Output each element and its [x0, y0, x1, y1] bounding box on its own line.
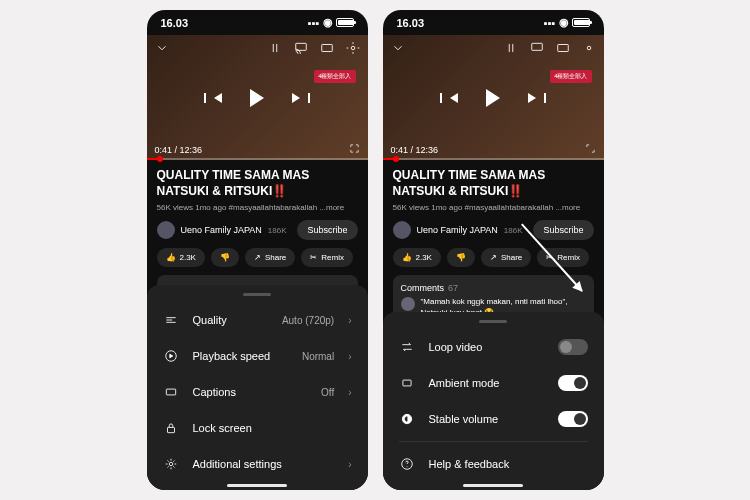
captions-icon — [163, 384, 179, 400]
status-icons: ▪▪▪ ◉ 30 — [308, 16, 354, 29]
channel-row[interactable]: Ueno Family JAPAN 186K Subscribe — [157, 220, 358, 240]
status-bar: 16.03 ▪▪▪ ◉ 30 — [383, 10, 604, 35]
settings-sheet: Quality Auto (720p) › Playback speed Nor… — [147, 285, 368, 490]
stable-row[interactable]: Stable volume — [383, 401, 604, 437]
volume-icon — [399, 411, 415, 427]
video-meta[interactable]: 56K views 1mo ago #masyaallahtabarakalla… — [157, 203, 358, 212]
cast-icon[interactable] — [294, 41, 308, 57]
quality-row[interactable]: Quality Auto (720p) › — [147, 302, 368, 338]
dislike-button[interactable]: 👎 — [447, 248, 475, 267]
progress-bar[interactable] — [147, 158, 368, 160]
battery-icon: 30 — [572, 18, 590, 27]
commenter-avatar — [401, 297, 415, 311]
channel-name[interactable]: Ueno Family JAPAN — [417, 225, 498, 235]
channel-row[interactable]: Ueno Family JAPAN 186K Subscribe — [393, 220, 594, 240]
phone-left: 16.03 ▪▪▪ ◉ 30 4種類全部入 — [147, 10, 368, 490]
video-time: 0:41 / 12:36 — [391, 145, 439, 155]
next-icon[interactable] — [528, 93, 536, 103]
stable-toggle[interactable] — [558, 411, 588, 427]
fullscreen-icon[interactable] — [349, 143, 360, 156]
lock-row[interactable]: Lock screen — [147, 410, 368, 446]
status-time: 16.03 — [397, 17, 425, 29]
loop-toggle[interactable] — [558, 339, 588, 355]
svg-rect-1 — [321, 45, 332, 52]
share-button[interactable]: ↗ Share — [245, 248, 295, 267]
ambient-row[interactable]: Ambient mode — [383, 365, 604, 401]
chevron-right-icon: › — [348, 459, 351, 470]
status-bar: 16.03 ▪▪▪ ◉ 30 — [147, 10, 368, 35]
action-row: 👍 2.3K 👎 ↗ Share ✂ Remix ⬇ Downlo — [157, 248, 358, 267]
sheet-handle[interactable] — [243, 293, 271, 296]
help-row[interactable]: Help & feedback — [383, 446, 604, 482]
pause-icon[interactable] — [504, 41, 518, 57]
additional-settings-sheet: Loop video Ambient mode Stable volume He… — [383, 312, 604, 490]
video-sign: 4種類全部入 — [550, 70, 591, 83]
lock-icon — [163, 420, 179, 436]
signal-icon: ▪▪▪ — [308, 17, 320, 29]
chevron-right-icon: › — [348, 351, 351, 362]
comments-count: 67 — [448, 283, 458, 293]
additional-row[interactable]: Additional settings › — [147, 446, 368, 482]
svg-rect-5 — [167, 427, 174, 432]
phone-right: 16.03 ▪▪▪ ◉ 30 4種類全部入 — [383, 10, 604, 490]
svg-rect-8 — [557, 45, 568, 52]
captions-row[interactable]: Captions Off › — [147, 374, 368, 410]
video-meta[interactable]: 56K views 1mo ago #masyaallahtabarakalla… — [393, 203, 594, 212]
ambient-toggle[interactable] — [558, 375, 588, 391]
video-player[interactable]: 4種類全部入 0:41 / 12:36 — [147, 35, 368, 160]
previous-icon[interactable] — [450, 93, 458, 103]
settings-icon[interactable] — [582, 41, 596, 57]
status-icons: ▪▪▪ ◉ 30 — [544, 16, 590, 29]
dislike-button[interactable]: 👎 — [211, 248, 239, 267]
like-button[interactable]: 👍 2.3K — [157, 248, 205, 267]
ambient-icon — [399, 375, 415, 391]
action-row: 👍 2.3K 👎 ↗ Share ✂ Remix ⬇ Downlo — [393, 248, 594, 267]
svg-rect-7 — [531, 43, 542, 50]
home-indicator[interactable] — [227, 484, 287, 487]
comments-label: Comments — [401, 283, 445, 293]
svg-point-6 — [169, 462, 173, 466]
gear-icon — [163, 456, 179, 472]
subscriber-count: 186K — [504, 226, 523, 235]
speed-row[interactable]: Playback speed Normal › — [147, 338, 368, 374]
subscribe-button[interactable]: Subscribe — [297, 220, 357, 240]
next-icon[interactable] — [292, 93, 300, 103]
loop-row[interactable]: Loop video — [383, 329, 604, 365]
channel-avatar[interactable] — [157, 221, 175, 239]
video-sign: 4種類全部入 — [314, 70, 355, 83]
collapse-icon[interactable] — [391, 41, 405, 57]
chevron-right-icon: › — [348, 387, 351, 398]
sheet-handle[interactable] — [479, 320, 507, 323]
remix-button[interactable]: ✂ Remix — [301, 248, 353, 267]
wifi-icon: ◉ — [559, 16, 569, 29]
speed-icon — [163, 348, 179, 364]
quality-icon — [163, 312, 179, 328]
progress-bar[interactable] — [383, 158, 604, 160]
settings-icon[interactable] — [346, 41, 360, 57]
svg-point-9 — [587, 46, 591, 50]
video-title[interactable]: QUALITY TIME SAMA MAS NATSUKI & RITSUKI‼… — [393, 168, 594, 199]
previous-icon[interactable] — [214, 93, 222, 103]
help-icon — [399, 456, 415, 472]
like-button[interactable]: 👍 2.3K — [393, 248, 441, 267]
pause-icon[interactable] — [268, 41, 282, 57]
captions-icon[interactable] — [320, 41, 334, 57]
channel-avatar[interactable] — [393, 221, 411, 239]
subscribe-button[interactable]: Subscribe — [533, 220, 593, 240]
channel-name[interactable]: Ueno Family JAPAN — [181, 225, 262, 235]
play-icon[interactable] — [486, 89, 500, 107]
captions-icon[interactable] — [556, 41, 570, 57]
loop-icon — [399, 339, 415, 355]
share-button[interactable]: ↗ Share — [481, 248, 531, 267]
video-title[interactable]: QUALITY TIME SAMA MAS NATSUKI & RITSUKI‼… — [157, 168, 358, 199]
home-indicator[interactable] — [463, 484, 523, 487]
video-time: 0:41 / 12:36 — [155, 145, 203, 155]
cast-icon[interactable] — [530, 41, 544, 57]
fullscreen-icon[interactable] — [585, 143, 596, 156]
play-icon[interactable] — [250, 89, 264, 107]
svg-rect-4 — [166, 389, 175, 395]
signal-icon: ▪▪▪ — [544, 17, 556, 29]
collapse-icon[interactable] — [155, 41, 169, 57]
svg-rect-10 — [402, 380, 410, 386]
video-player[interactable]: 4種類全部入 0:41 / 12:36 — [383, 35, 604, 160]
